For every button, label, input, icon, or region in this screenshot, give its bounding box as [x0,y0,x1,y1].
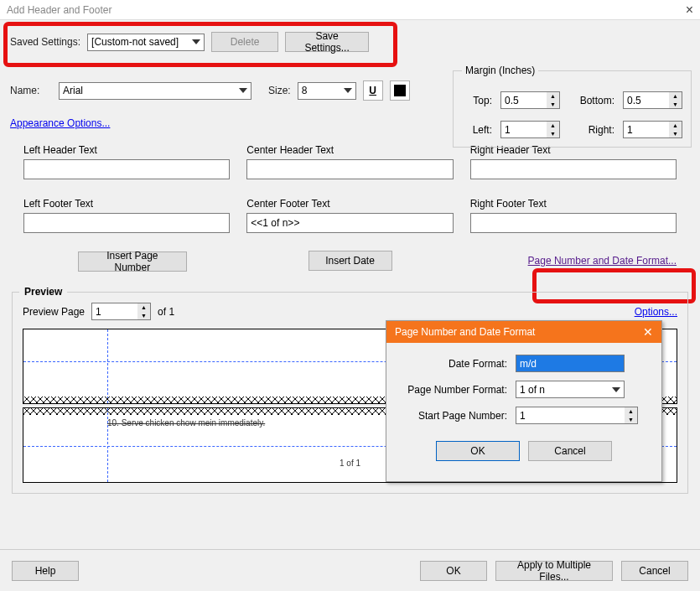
page-range-options-link[interactable]: Options... [635,306,677,318]
appearance-options-link[interactable]: Appearance Options... [10,117,110,129]
date-format-label: Date Format: [398,358,516,370]
margin-left-label: Left: [462,124,492,136]
margin-top-label: Top: [462,95,492,106]
close-icon[interactable]: × [686,3,693,18]
page-number-format-label: Page Number Format: [398,384,516,396]
font-size-label: Size: [268,85,291,96]
popup-cancel-button[interactable]: Cancel [528,441,612,461]
center-footer-input[interactable] [246,213,453,233]
preview-footer-sample: 1 of 1 [340,459,360,468]
cancel-button[interactable]: Cancel [621,561,688,581]
margin-bottom-label: Bottom: [568,95,614,106]
margin-top-input[interactable]: ▲▼ [500,91,560,109]
ok-button[interactable]: OK [420,561,487,581]
center-header-input[interactable] [246,159,453,179]
preview-page-label: Preview Page [23,306,85,318]
popup-titlebar: Page Number and Date Format ✕ [386,321,661,343]
margin-right-label: Right: [568,124,614,136]
date-format-dropdown[interactable]: m/d [516,355,625,372]
page-number-date-format-dialog: Page Number and Date Format ✕ Date Forma… [386,320,662,482]
page-number-date-format-link[interactable]: Page Number and Date Format... [528,255,677,267]
left-header-input[interactable] [23,159,230,179]
left-footer-input[interactable] [23,213,230,233]
preview-title: Preview [19,286,67,298]
margin-right-input[interactable]: ▲▼ [623,121,682,138]
left-header-label: Left Header Text [23,144,230,156]
margin-group: Margin (Inches) Top: ▲▼ Bottom: ▲▼ Left:… [453,70,692,148]
font-name-label: Name: [10,85,52,96]
margin-left-input[interactable]: ▲▼ [500,121,560,138]
preview-of-label: of 1 [158,306,174,318]
margin-bottom-input[interactable]: ▲▼ [623,91,682,109]
popup-title-text: Page Number and Date Format [395,326,535,338]
page-number-format-dropdown[interactable]: 1 of n [516,381,625,398]
font-name-dropdown[interactable]: Arial [59,82,251,100]
popup-ok-button[interactable]: OK [436,441,520,461]
apply-multiple-button[interactable]: Apply to Multiple Files... [495,561,613,581]
center-footer-label: Center Footer Text [246,198,453,210]
right-footer-label: Right Footer Text [470,198,677,210]
saved-settings-dropdown[interactable]: [Custom-not saved] [87,34,205,51]
right-footer-input[interactable] [470,213,677,233]
help-button[interactable]: Help [12,561,79,581]
center-header-label: Center Header Text [246,144,453,156]
window-title: Add Header and Footer [7,4,111,16]
font-color-button[interactable] [390,80,410,101]
popup-close-icon[interactable]: ✕ [643,325,653,339]
font-size-dropdown[interactable]: 8 [298,82,356,100]
underline-button[interactable]: U [363,80,383,101]
margin-group-title: Margin (Inches) [462,65,538,76]
preview-page-input[interactable]: ▲▼ [91,303,151,320]
insert-page-number-button[interactable]: Insert Page Number [78,251,187,272]
insert-date-button[interactable]: Insert Date [309,251,392,271]
save-settings-button[interactable]: Save Settings... [285,32,369,52]
start-page-number-label: Start Page Number: [398,410,516,422]
delete-button[interactable]: Delete [211,32,278,52]
start-page-number-input[interactable]: ▲▼ [516,407,638,424]
titlebar: Add Header and Footer × [0,0,700,20]
preview-sample-text: 10. Serve chicken chow mein immediately. [107,418,265,428]
dialog-button-bar: Help OK Apply to Multiple Files... Cance… [0,549,700,591]
left-footer-label: Left Footer Text [23,198,230,210]
saved-settings-label: Saved Settings: [10,36,80,48]
right-header-input[interactable] [470,159,677,179]
